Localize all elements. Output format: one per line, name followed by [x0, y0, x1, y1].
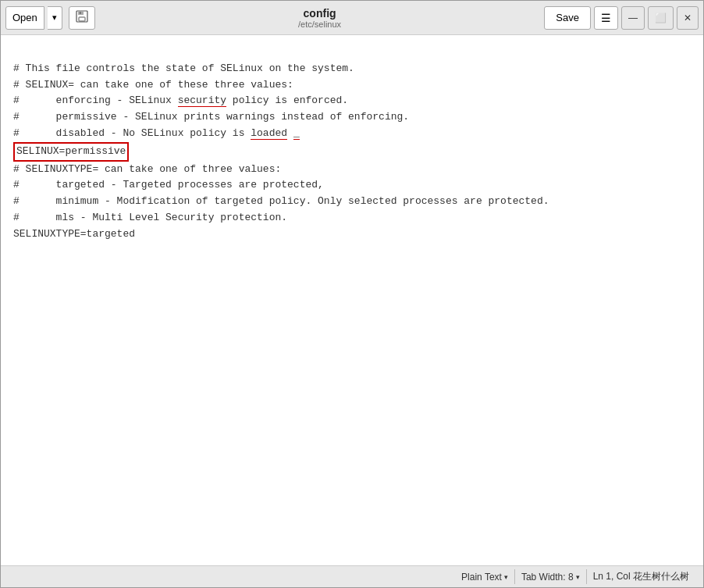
titlebar: Open ▾ config /etc/selinux Save ☰: [1, 1, 703, 35]
editor-content[interactable]: # This file controls the state of SELinu…: [1, 35, 703, 565]
floppy-icon: [76, 10, 88, 25]
tab-width-selector[interactable]: Tab Width: 8 ▾: [515, 569, 587, 584]
window-title: config: [304, 7, 336, 20]
code-line-5: # permissive - SELinux prints warnings i…: [13, 109, 691, 126]
cursor-position: Ln 1, Col 花生树什么树: [587, 569, 695, 584]
code-line-10: # minimum - Modification of targeted pol…: [13, 194, 691, 210]
titlebar-left: Open ▾: [5, 6, 95, 30]
hamburger-icon: ☰: [601, 12, 611, 24]
titlebar-right: Save ☰ — ⬜ ✕: [544, 6, 699, 30]
code-line-13: [13, 243, 691, 259]
code-line-11: # mls - Multi Level Security protection.: [13, 210, 691, 226]
code-line-9: # targeted - Targeted processes are prot…: [13, 177, 691, 194]
highlighted-text: SELINUX=permissive: [13, 142, 129, 162]
menu-button[interactable]: ☰: [594, 6, 618, 30]
code-line-8: # SELINUXTYPE= can take one of three val…: [13, 162, 691, 178]
titlebar-center: config /etc/selinux: [95, 7, 545, 29]
main-window: Open ▾ config /etc/selinux Save ☰: [0, 0, 704, 588]
maximize-icon: ⬜: [655, 12, 667, 23]
save-button[interactable]: Save: [544, 6, 591, 30]
minimize-icon: —: [628, 12, 638, 23]
minimize-button[interactable]: —: [621, 6, 645, 30]
code-line-7: SELINUX=permissive: [13, 142, 691, 162]
open-button[interactable]: Open: [5, 6, 44, 30]
plain-text-label: Plain Text: [461, 572, 502, 583]
open-dropdown-arrow[interactable]: ▾: [48, 6, 62, 30]
code-line-12: SELINUXTYPE=targeted: [13, 226, 691, 243]
code-line-4: # enforcing - SELinux security policy is…: [13, 93, 691, 109]
code-line-1: [13, 45, 691, 61]
window-path: /etc/selinux: [298, 20, 341, 29]
cursor-info: Ln 1, Col 花生树什么树: [593, 570, 689, 583]
plain-text-selector[interactable]: Plain Text ▾: [455, 569, 515, 584]
code-line-2: # This file controls the state of SELinu…: [13, 61, 691, 77]
code-line-3: # SELINUX= can take one of these three v…: [13, 77, 691, 94]
tab-width-dropdown-icon: ▾: [576, 573, 580, 581]
code-line-6: # disabled - No SELinux policy is loaded…: [13, 126, 691, 142]
svg-rect-2: [79, 17, 85, 21]
close-icon: ✕: [684, 12, 692, 23]
statusbar: Plain Text ▾ Tab Width: 8 ▾ Ln 1, Col 花生…: [1, 565, 703, 587]
maximize-button[interactable]: ⬜: [648, 6, 674, 30]
close-button[interactable]: ✕: [677, 6, 699, 30]
editor-container: # This file controls the state of SELinu…: [1, 35, 703, 565]
plain-text-dropdown-icon: ▾: [504, 573, 508, 581]
save-icon-button[interactable]: [69, 6, 95, 30]
svg-rect-3: [80, 12, 81, 14]
tab-width-label: Tab Width: 8: [521, 572, 574, 583]
